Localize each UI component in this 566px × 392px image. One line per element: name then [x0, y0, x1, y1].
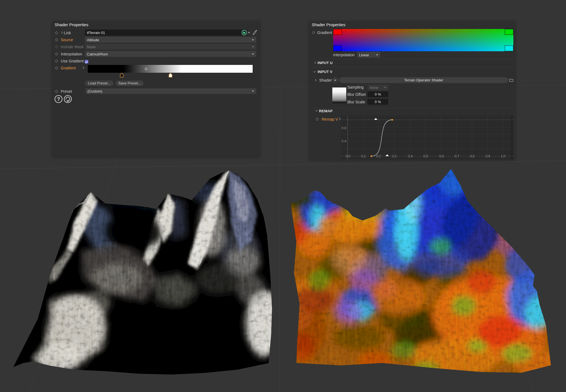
- svg-text:0.7: 0.7: [455, 154, 459, 158]
- svg-text:0.0: 0.0: [346, 154, 350, 158]
- svg-text:0.6: 0.6: [439, 154, 444, 158]
- svg-text:0.9: 0.9: [486, 154, 490, 158]
- svg-text:0.3: 0.3: [392, 154, 397, 158]
- svg-text:0.8: 0.8: [470, 154, 475, 158]
- svg-text:0.8: 0.8: [341, 126, 346, 130]
- svg-text:0.4: 0.4: [341, 139, 346, 143]
- svg-text:0.2: 0.2: [376, 154, 381, 158]
- svg-text:0.4: 0.4: [408, 154, 413, 158]
- svg-text:?: ?: [57, 96, 60, 102]
- svg-text:1.0: 1.0: [501, 154, 506, 158]
- svg-text:0.1: 0.1: [361, 154, 366, 158]
- svg-text:0.5: 0.5: [423, 154, 428, 158]
